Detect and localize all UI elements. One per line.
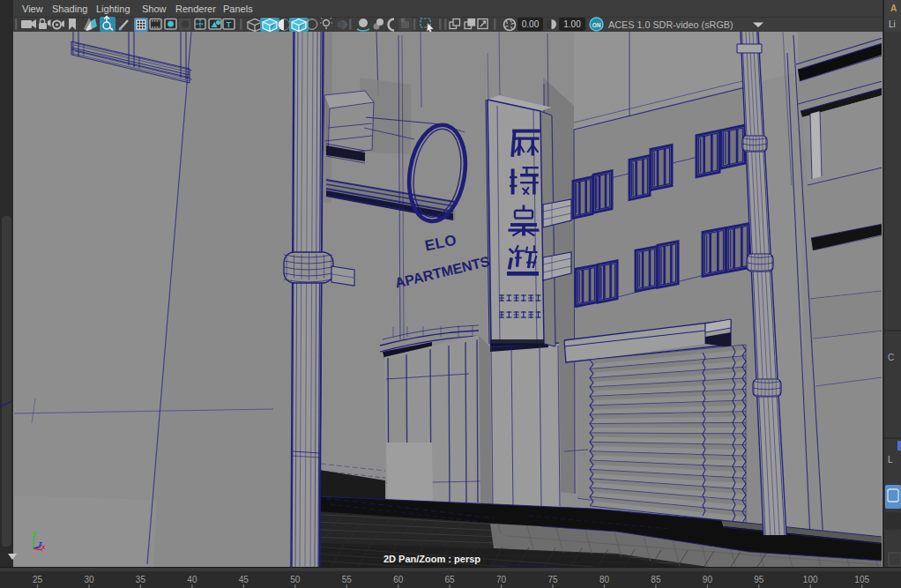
svg-text:25: 25 <box>33 575 43 584</box>
svg-text:L: L <box>888 455 893 465</box>
svg-text:55: 55 <box>342 575 353 584</box>
svg-text:Li: Li <box>889 19 896 29</box>
svg-text:65: 65 <box>445 575 456 584</box>
svg-text:30: 30 <box>84 575 94 584</box>
svg-text:y: y <box>33 529 37 537</box>
svg-text:95: 95 <box>754 575 764 584</box>
svg-text:50: 50 <box>290 575 301 584</box>
svg-text:60: 60 <box>393 575 404 584</box>
svg-text:45: 45 <box>239 575 249 584</box>
svg-text:A: A <box>890 4 897 13</box>
svg-text:T: T <box>227 19 232 29</box>
svg-text:2D Pan/Zoom : persp: 2D Pan/Zoom : persp <box>383 554 480 564</box>
svg-text:35: 35 <box>136 575 146 584</box>
svg-text:100: 100 <box>803 575 818 584</box>
svg-text:1.00: 1.00 <box>563 19 581 29</box>
svg-text:0.00: 0.00 <box>522 19 540 29</box>
svg-text:70: 70 <box>496 575 507 584</box>
svg-text:40: 40 <box>187 575 197 584</box>
svg-text:75: 75 <box>547 575 558 584</box>
svg-text:C: C <box>888 353 894 362</box>
svg-text:ON: ON <box>592 22 601 28</box>
svg-text:105: 105 <box>854 575 869 584</box>
svg-text:ACES 1.0 SDR-video (sRGB): ACES 1.0 SDR-video (sRGB) <box>608 19 733 30</box>
svg-text:90: 90 <box>703 575 713 584</box>
svg-text:85: 85 <box>651 575 661 584</box>
svg-text:80: 80 <box>599 575 610 584</box>
svg-text:x: x <box>41 543 46 551</box>
